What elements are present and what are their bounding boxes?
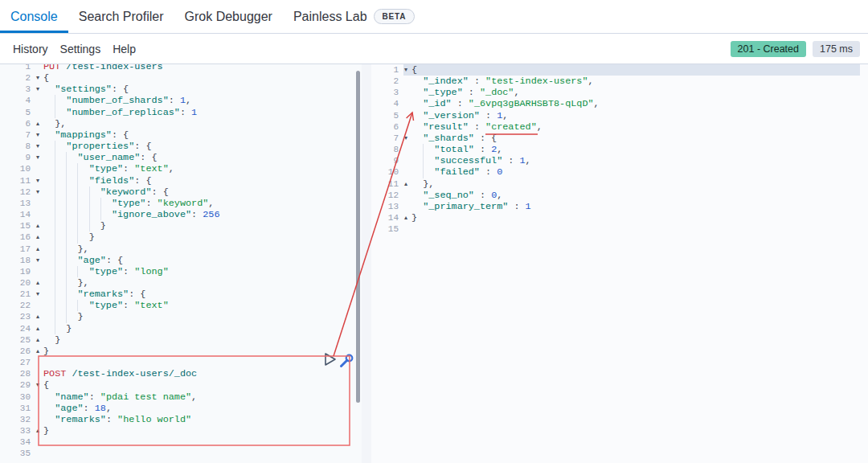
code-line[interactable]: "number_of_replicas": 1 xyxy=(43,107,362,118)
fold-toggle-icon[interactable]: ▾ xyxy=(32,379,43,391)
code-line[interactable]: "ignore_above": 256 xyxy=(43,209,362,220)
tab-search-profiler[interactable]: Search Profiler xyxy=(68,0,174,33)
code-line-row: 9"successful" : 1, xyxy=(371,155,868,166)
code-line[interactable]: }, xyxy=(43,244,362,255)
code-line[interactable]: "remarks": "hello world" xyxy=(43,414,362,425)
code-line[interactable]: "_version" : 1, xyxy=(411,110,868,121)
fold-toggle-icon[interactable]: ▾ xyxy=(32,141,43,152)
code-line[interactable]: "type": "text" xyxy=(43,300,362,311)
fold-toggle-icon[interactable]: ▴ xyxy=(32,277,43,289)
fold-toggle-icon[interactable]: ▴ xyxy=(32,244,43,255)
code-line[interactable]: }, xyxy=(411,178,868,190)
fold-toggle-icon[interactable]: ▴ xyxy=(32,425,43,436)
code-line[interactable]: "type": "text", xyxy=(43,163,362,174)
code-line[interactable] xyxy=(43,448,362,459)
code-line[interactable]: } xyxy=(43,425,362,436)
code-line[interactable]: { xyxy=(411,64,868,76)
line-number: 25 xyxy=(0,334,32,346)
response-status-badge: 201 - Created xyxy=(731,41,806,57)
fold-toggle-icon[interactable]: ▾ xyxy=(32,289,43,300)
fold-toggle-icon[interactable]: ▴ xyxy=(400,178,411,190)
code-line[interactable]: "settings": { xyxy=(43,84,362,95)
fold-toggle-icon[interactable]: ▴ xyxy=(32,323,43,334)
code-line[interactable]: "age": { xyxy=(43,255,362,266)
code-line[interactable]: } xyxy=(43,346,362,357)
fold-toggle-icon[interactable]: ▴ xyxy=(32,311,43,322)
code-line[interactable] xyxy=(43,357,362,368)
code-line[interactable]: } xyxy=(411,212,868,223)
fold-toggle-icon[interactable]: ▴ xyxy=(32,232,43,243)
response-viewer[interactable]: 1▾{2"_index" : "test-index-users",3"_typ… xyxy=(371,64,868,463)
code-line[interactable]: }, xyxy=(43,118,362,129)
fold-toggle-icon[interactable]: ▾ xyxy=(32,186,43,198)
menu-history[interactable]: History xyxy=(13,43,48,55)
fold-toggle-icon[interactable]: ▾ xyxy=(32,72,43,84)
code-line[interactable]: PUT /test-index-users xyxy=(43,64,362,72)
fold-toggle-icon[interactable]: ▾ xyxy=(32,84,43,95)
fold-toggle-icon[interactable]: ▴ xyxy=(32,346,43,357)
line-number: 15 xyxy=(371,223,400,235)
line-number: 6 xyxy=(0,118,32,129)
fold-toggle-icon[interactable]: ▾ xyxy=(32,152,43,163)
code-line[interactable]: "result" : "created", xyxy=(411,121,868,133)
code-line-row: 27 xyxy=(0,357,362,368)
code-line[interactable]: "_shards" : { xyxy=(411,133,868,144)
code-line[interactable]: "number_of_shards": 1, xyxy=(43,95,362,106)
code-line[interactable]: "_type" : "_doc", xyxy=(411,87,868,98)
code-line[interactable]: } xyxy=(43,311,362,322)
code-line[interactable]: "total" : 2, xyxy=(411,144,868,155)
code-line[interactable]: "_primary_term" : 1 xyxy=(411,201,868,212)
menu-settings[interactable]: Settings xyxy=(60,43,101,55)
fold-toggle-icon[interactable]: ▾ xyxy=(32,129,43,141)
code-line[interactable]: "_seq_no" : 0, xyxy=(411,190,868,201)
code-line[interactable] xyxy=(411,223,868,235)
code-line[interactable]: "type": "long" xyxy=(43,266,362,277)
code-line[interactable]: "age": 18, xyxy=(43,403,362,414)
fold-toggle-icon[interactable]: ▾ xyxy=(32,255,43,266)
code-line[interactable]: "properties": { xyxy=(43,141,362,152)
fold-toggle-icon[interactable]: ▾ xyxy=(32,175,43,186)
code-line[interactable]: "successful" : 1, xyxy=(411,155,868,166)
code-line[interactable]: "keyword": { xyxy=(43,186,362,198)
fold-toggle-icon[interactable]: ▴ xyxy=(32,220,43,232)
code-line[interactable]: "fields": { xyxy=(43,175,362,186)
code-line-row: 25▴} xyxy=(0,334,362,346)
code-line[interactable]: "_index" : "test-index-users", xyxy=(411,76,868,87)
line-number: 30 xyxy=(0,391,32,403)
code-line-row: 3▾"settings": { xyxy=(0,84,362,95)
code-line[interactable]: "mappings": { xyxy=(43,129,362,141)
fold-spacer xyxy=(400,223,411,235)
code-line[interactable]: "remarks": { xyxy=(43,289,362,300)
line-number: 11 xyxy=(371,178,400,190)
code-line[interactable] xyxy=(43,436,362,448)
code-line[interactable]: "name": "pdai test name", xyxy=(43,391,362,403)
code-line[interactable]: "_id" : "_6vpq3gBARHSBT8-qLqD", xyxy=(411,98,868,109)
code-line[interactable]: { xyxy=(43,379,362,391)
tab-painless-lab-label: Painless Lab xyxy=(293,10,367,24)
menu-help[interactable]: Help xyxy=(113,43,136,55)
code-line[interactable]: { xyxy=(43,72,362,84)
code-line[interactable]: POST /test-index-users/_doc xyxy=(43,368,362,379)
fold-toggle-icon[interactable]: ▾ xyxy=(400,133,411,144)
fold-spacer xyxy=(32,414,43,425)
tab-painless-lab[interactable]: Painless Lab BETA xyxy=(283,0,425,33)
line-number: 2 xyxy=(0,72,32,84)
fold-toggle-icon[interactable]: ▾ xyxy=(400,64,411,76)
code-line-row: 13"type": "keyword", xyxy=(0,198,362,209)
tab-console[interactable]: Console xyxy=(0,0,68,33)
code-line[interactable]: "failed" : 0 xyxy=(411,166,868,178)
code-line[interactable]: } xyxy=(43,323,362,334)
pane-resizer[interactable] xyxy=(362,64,371,463)
code-line[interactable]: } xyxy=(43,220,362,232)
code-line[interactable]: }, xyxy=(43,277,362,289)
fold-toggle-icon[interactable]: ▴ xyxy=(32,334,43,346)
request-editor[interactable]: 1PUT /test-index-users2▾{3▾"settings": {… xyxy=(0,64,362,463)
fold-toggle-icon[interactable]: ▴ xyxy=(32,118,43,129)
code-line[interactable]: } xyxy=(43,334,362,346)
code-line[interactable]: "user_name": { xyxy=(43,152,362,163)
code-line[interactable]: "type": "keyword", xyxy=(43,198,362,209)
code-line[interactable]: } xyxy=(43,232,362,243)
fold-toggle-icon[interactable]: ▴ xyxy=(400,212,411,223)
request-editor-scrollbar[interactable] xyxy=(356,71,360,403)
tab-grok-debugger[interactable]: Grok Debugger xyxy=(174,0,283,33)
